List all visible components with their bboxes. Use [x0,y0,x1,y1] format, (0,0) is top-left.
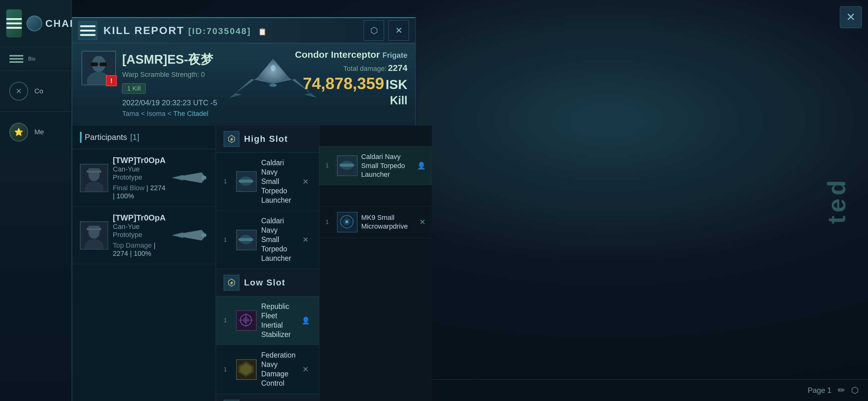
participant-percent-2: 100% [134,249,151,257]
svg-text:⚡: ⚡ [229,137,234,141]
participants-count: [1] [130,132,140,142]
combat-icon: ✕ [9,82,28,101]
participants-panel: Participants [1] [TWP]Tr0OpA [72,126,216,401]
svg-rect-17 [88,168,100,171]
svg-marker-50 [339,164,354,167]
app-close-button[interactable]: ✕ [840,6,862,28]
slot-user-l1: 👤 [300,315,311,326]
kill-type: Kill [295,94,407,107]
right-slot-num-2: 1 [326,219,333,226]
participant-damage-1: 2274 [150,184,165,192]
sidebar-combat-button[interactable]: ✕ Co [0,71,71,111]
svg-point-12 [271,65,276,71]
participant-stats-2: Top Damage | 2274 | 100% [113,241,165,258]
damage-value: 2274 [388,63,407,73]
svg-rect-28 [202,234,206,237]
low-slot-header: ⚡ Low Slot [216,269,319,296]
weapon-icon-2 [170,227,208,244]
high-slot-item-2: 1 Caldari Navy Small Torpedo Launcher ✕ [216,211,319,269]
participant-percent-1: 100% [117,192,134,200]
sidebar-bio-label: Bio [28,56,35,62]
low-slot-item-1: 1 Republic Fleet Inertial Stabilizer 👤 [216,296,319,345]
sidebar-bio-button[interactable]: Bio [0,47,71,71]
participant-stats-1: Final Blow | 2274 | 100% [113,184,165,200]
stat-separator-1: | [147,184,150,192]
slot-num-h2: 1 [224,237,231,243]
panel-title: KILL REPORT [ID:7035048] 📋 [103,24,364,37]
hamburger-icon [6,18,22,29]
panel-header: KILL REPORT [ID:7035048] 📋 ⬡ ✕ [72,18,415,43]
torpedo-icon-2 [236,230,256,250]
filter-button[interactable]: ⬡ [851,385,859,395]
slot-close-l2[interactable]: ✕ [300,364,311,375]
location-link[interactable]: The Citadel [173,110,208,118]
kill-badge: 1 Kill [122,83,146,94]
sidebar: CHARACTER Bio ✕ Co ⭐ Me [0,0,72,401]
isk-label: ISK [385,77,407,92]
participants-header: Participants [1] [72,126,216,149]
slot-close-h1[interactable]: ✕ [300,176,311,187]
sidebar-medals-label: Me [34,128,44,136]
participant-avatar-2 [80,222,108,249]
svg-point-11 [269,84,277,87]
slot-name-h2: Caldari Navy Small Torpedo Launcher [261,216,296,263]
svg-rect-25 [88,226,100,228]
vertical-text-area: ted [806,0,868,401]
low-slot-item-2: 1 Federation Navy Damage Control ✕ [216,345,319,394]
stabilizer-icon [236,310,256,331]
sidebar-menu-button[interactable] [6,9,22,37]
stat-separator-2: | [154,241,156,249]
right-slot-item-2: 1 MK9 Small Microwarpdrive ✕ [319,206,432,238]
participant-details-1: [TWP]Tr0OpA Can-Yue Prototype Final Blow… [113,156,165,200]
participant-ship-1: Can-Yue Prototype [113,165,165,181]
svg-marker-36 [238,238,254,241]
slot-num-l2: 1 [224,366,231,373]
right-slot-name-2: MK9 Small Microwarpdrive [361,213,415,231]
stat-label-1: Final Blow [113,184,144,192]
low-slot-icon: ⚡ [224,275,239,291]
participant-avatar-1 [80,164,108,192]
damage-ctrl-icon [236,360,256,380]
svg-text:⚡: ⚡ [229,280,234,285]
low-slot-label: Low Slot [244,278,286,288]
participant-details-2: [TWP]Tr0OpA Can-Yue Prototype Top Damage… [113,213,165,258]
isk-value: 74,878,359 [303,74,384,93]
right-slot-user-1: 👤 [417,162,426,170]
high-slot-item-1: 1 Caldari Navy Small Torpedo Launcher ✕ [216,153,319,211]
panel-menu-button[interactable] [79,21,97,40]
panel-hamburger-icon [80,25,96,36]
torpedo-icon-1 [236,171,256,192]
participant-ship-2: Can-Yue Prototype [113,223,165,239]
panel-close-button[interactable]: ✕ [389,20,409,41]
participant-item-2: [TWP]Tr0OpA Can-Yue Prototype Top Damage… [72,207,216,264]
participant-item: [TWP]Tr0OpA Can-Yue Prototype Final Blow… [72,149,216,207]
panel-export-button[interactable]: ⬡ [364,20,384,41]
slot-name-l2: Federation Navy Damage Control [261,351,296,388]
sidebar-combat-label: Co [34,87,43,95]
victim-avatar: ! [82,51,116,85]
svg-marker-9 [229,93,242,98]
slot-name-l1: Republic Fleet Inertial Stabilizer [261,302,296,339]
svg-rect-20 [202,176,206,179]
right-slot-close-2[interactable]: ✕ [419,218,426,226]
page-indicator: Page 1 [808,386,832,395]
high-slot-icon: ⚡ [224,131,239,147]
svg-rect-3 [91,63,98,66]
stat-sep-2-2: | [130,249,134,257]
edit-button[interactable]: ✏ [838,385,845,395]
slot-close-h2[interactable]: ✕ [300,235,311,245]
kill-info-section: ! [ASMR]ES-夜梦 Warp Scramble Strength: 0 … [72,43,415,126]
sidebar-medals-button[interactable]: ⭐ Me [0,111,71,153]
high-slot-header: ⚡ High Slot [216,126,319,153]
participants-label: Participants [85,132,127,142]
slot-num-h1: 1 [224,178,231,185]
ship-stats: Condor Interceptor Frigate Total damage:… [295,49,415,107]
location-text: Tama < Isoma < [122,110,173,118]
stat-sep-2-1: | [113,192,117,200]
mid-slot-header: Mid Slot [216,394,319,401]
participant-name-2: [TWP]Tr0OpA [113,213,165,223]
svg-rect-4 [100,63,106,66]
participant-name-1: [TWP]Tr0OpA [113,156,165,165]
ship-type: Condor Interceptor Frigate [295,49,407,60]
mwd-icon [337,212,358,232]
